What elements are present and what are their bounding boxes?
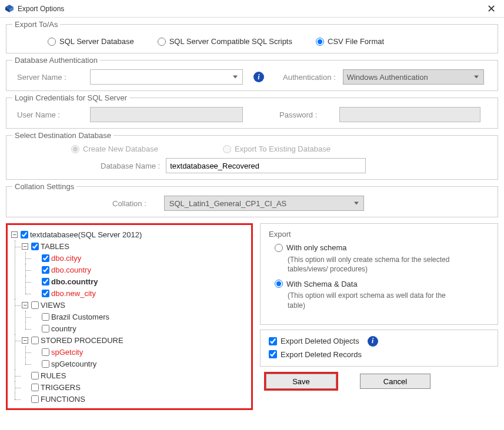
- tree-triggers-label[interactable]: TRIGGERS: [41, 383, 81, 392]
- tree-item-label[interactable]: dbo.country: [51, 266, 91, 274]
- export-to-as-group: Export To/As SQL Server Database SQL Ser…: [6, 20, 498, 53]
- radio-csv-label: CSV File Format: [328, 37, 384, 46]
- collation-value: SQL_Latin1_General_CP1_CI_AS: [169, 199, 286, 208]
- check-deleted-objects[interactable]: Export Deleted Objects: [269, 337, 359, 345]
- collation-legend: Collation Settings: [12, 182, 76, 191]
- deleted-options-group: Export Deleted Objects i Export Deleted …: [260, 330, 498, 367]
- destination-group: Select Destination Database Create New D…: [6, 131, 498, 180]
- tree-functions-label[interactable]: FUNCTIONS: [41, 395, 85, 404]
- server-name-label: Server Name :: [12, 73, 83, 82]
- db-name-input[interactable]: [166, 158, 366, 173]
- collapse-icon[interactable]: −: [22, 243, 28, 250]
- collapse-icon[interactable]: −: [22, 337, 28, 344]
- tree-root-check[interactable]: [21, 231, 28, 238]
- username-input[interactable]: [90, 107, 243, 122]
- tree-root-label[interactable]: textdatabasee(SQL Server 2012): [30, 230, 142, 239]
- tree-item-label[interactable]: Brazil Customers: [51, 313, 109, 321]
- tree-item-check[interactable]: [42, 360, 49, 368]
- password-label: Password :: [279, 110, 332, 119]
- export-header: Export: [269, 230, 489, 238]
- tree-item-label[interactable]: spGetcountry: [51, 360, 96, 368]
- window-title: Export Options: [18, 5, 483, 13]
- authentication-select[interactable]: Windows Authentication: [343, 69, 484, 85]
- tree-sp-check[interactable]: [31, 337, 39, 344]
- schema-data-desc: (This option will export schema as well …: [288, 291, 452, 310]
- tree-views-check[interactable]: [31, 301, 39, 309]
- check-deleted-records-label: Export Deleted Records: [281, 350, 362, 359]
- radio-csv[interactable]: CSV File Format: [316, 37, 384, 46]
- password-input[interactable]: [339, 107, 480, 122]
- db-auth-legend: Database Authentication: [12, 56, 100, 65]
- radio-sql-server-db[interactable]: SQL Server Database: [48, 37, 134, 46]
- tree-sp-label[interactable]: STORED PROCEDURE: [41, 336, 124, 345]
- tree-item-check[interactable]: [42, 313, 49, 321]
- tree-item-label[interactable]: spGetcity: [51, 348, 83, 357]
- close-icon[interactable]: ✕: [483, 2, 499, 15]
- cancel-button[interactable]: Cancel: [360, 374, 430, 389]
- check-deleted-records[interactable]: Export Deleted Records: [269, 350, 362, 359]
- tree-item-label[interactable]: dbo.new_city: [51, 289, 96, 298]
- collapse-icon[interactable]: −: [22, 302, 28, 308]
- tree-views-label[interactable]: VIEWS: [41, 301, 65, 310]
- login-legend: Login Credentials for SQL Server: [12, 93, 129, 102]
- authentication-value: Windows Authentication: [347, 73, 428, 82]
- export-to-as-legend: Export To/As: [12, 20, 60, 29]
- tree-rules-label[interactable]: RULES: [41, 371, 66, 380]
- tree-item-check[interactable]: [42, 325, 49, 332]
- radio-existing-db-label: Export To Existing Database: [235, 145, 331, 153]
- radio-schema-data[interactable]: With Schema & Data: [275, 280, 358, 288]
- tree-triggers-check[interactable]: [31, 384, 39, 391]
- check-deleted-objects-label: Export Deleted Objects: [281, 337, 359, 345]
- collation-group: Collation Settings Collation : SQL_Latin…: [6, 182, 498, 217]
- save-button[interactable]: Save: [266, 374, 336, 389]
- export-options-group: Export With only schema (This option wil…: [260, 223, 498, 325]
- username-label: User Name :: [12, 110, 83, 119]
- tree-item-check[interactable]: [42, 278, 49, 285]
- tree-functions-check[interactable]: [31, 395, 39, 403]
- radio-create-db-label: Create New Database: [83, 145, 158, 153]
- tree-item-label[interactable]: country: [51, 324, 76, 333]
- tree-item-label[interactable]: dbo.cityy: [51, 254, 81, 263]
- db-auth-group: Database Authentication Server Name : i …: [6, 56, 498, 91]
- tree-tables-label[interactable]: TABLES: [41, 242, 69, 251]
- login-group: Login Credentials for SQL Server User Na…: [6, 93, 498, 129]
- radio-schema-only-label: With only schema: [286, 243, 347, 252]
- radio-schema-only[interactable]: With only schema: [275, 243, 347, 252]
- tree-item-check[interactable]: [42, 254, 49, 262]
- schema-only-desc: (This option will only create schema for…: [288, 255, 452, 274]
- tree-tables-check[interactable]: [31, 243, 39, 250]
- info-icon[interactable]: i: [368, 336, 378, 347]
- radio-schema-data-label: With Schema & Data: [286, 280, 358, 288]
- tree-item-check[interactable]: [42, 266, 49, 274]
- radio-sql-scripts[interactable]: SQL Server Compatible SQL Scripts: [158, 37, 292, 46]
- app-icon: [5, 4, 14, 14]
- radio-sql-scripts-label: SQL Server Compatible SQL Scripts: [169, 37, 292, 46]
- tree-rules-check[interactable]: [31, 372, 39, 379]
- radio-create-db[interactable]: Create New Database: [71, 145, 158, 153]
- tree-item-label[interactable]: dbo.counttry: [51, 277, 98, 286]
- radio-sql-server-db-label: SQL Server Database: [59, 37, 134, 46]
- tree-item-check[interactable]: [42, 348, 49, 356]
- collation-select[interactable]: SQL_Latin1_General_CP1_CI_AS: [164, 196, 364, 211]
- object-tree[interactable]: − textdatabasee(SQL Server 2012) − TABLE…: [6, 223, 253, 410]
- tree-item-check[interactable]: [42, 290, 49, 297]
- destination-legend: Select Destination Database: [12, 131, 114, 140]
- collapse-icon[interactable]: −: [11, 231, 18, 238]
- db-name-label: Database Name :: [101, 162, 160, 170]
- radio-existing-db[interactable]: Export To Existing Database: [223, 145, 331, 153]
- info-icon[interactable]: i: [253, 72, 264, 82]
- collation-label: Collation :: [112, 199, 146, 208]
- server-name-select[interactable]: [90, 69, 243, 85]
- authentication-label: Authentication :: [283, 73, 336, 82]
